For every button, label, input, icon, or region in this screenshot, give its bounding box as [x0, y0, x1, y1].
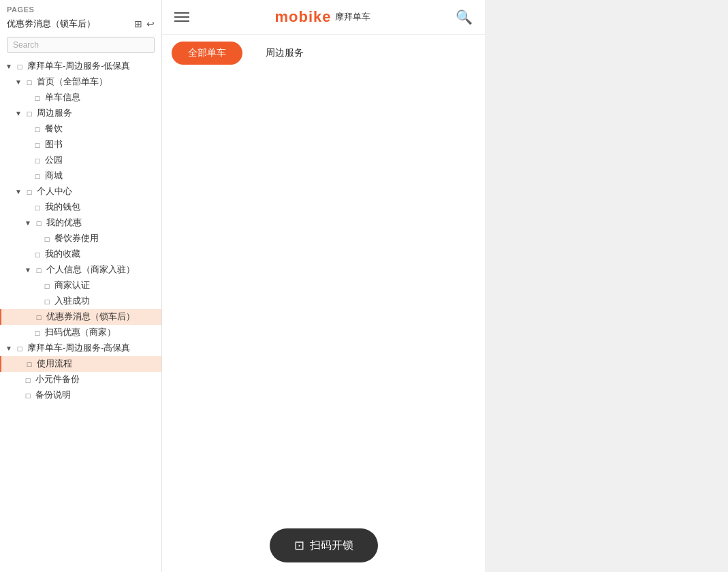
pages-label: PAGES: [7, 5, 155, 14]
tree-item-wallet[interactable]: □我的钱包: [0, 200, 161, 215]
tree-item-coupon-msg[interactable]: □优惠券消息（锁车后）: [0, 309, 161, 325]
item-label-flow: 使用流程: [37, 358, 72, 370]
save-icon[interactable]: ⊞: [134, 18, 142, 29]
item-icon-backup: □: [23, 376, 33, 384]
item-label-favorites: 我的收藏: [45, 249, 80, 260]
sidebar: PAGES 优惠券消息（锁车后） ⊞ ↩ ▼□摩拜单车-周边服务-低保真▼□首页…: [0, 0, 162, 572]
tree-item-food[interactable]: □餐饮: [0, 121, 161, 137]
item-icon-merchant-success: □: [42, 298, 52, 306]
toggle-home[interactable]: ▼: [14, 78, 23, 86]
tree-item-home[interactable]: ▼□首页（全部单车）: [0, 74, 161, 90]
tree-item-favorites[interactable]: □我的收藏: [0, 247, 161, 262]
tree-item-root2[interactable]: ▼□摩拜单车-周边服务-高保真: [0, 340, 161, 356]
item-label-park: 公园: [45, 155, 63, 166]
item-label-backup: 小元件备份: [35, 374, 80, 385]
toggle-my-coupons[interactable]: ▼: [23, 219, 33, 227]
phone-frame: mobike 摩拜单车 🔍 全部单车 周边服务 北环大道辅路 景新花园 景丽花园: [162, 0, 485, 572]
scan-icon: ⊡: [294, 538, 304, 553]
main-content: mobike 摩拜单车 🔍 全部单车 周边服务 北环大道辅路 景新花园 景丽花园: [162, 0, 728, 572]
item-icon-wallet: □: [33, 204, 42, 212]
toggle-root2[interactable]: ▼: [4, 345, 14, 352]
item-icon-books: □: [33, 141, 42, 149]
toggle-personal-info[interactable]: ▼: [23, 266, 33, 274]
item-icon-bike-info: □: [33, 94, 42, 102]
bottom-bar: ⊡ 扫码开锁: [162, 519, 485, 572]
scan-label: 扫码开锁: [310, 539, 353, 553]
tree-item-backup[interactable]: □小元件备份: [0, 372, 161, 387]
item-icon-flow: □: [25, 360, 34, 368]
tree-item-scan-coupon[interactable]: □扫码优惠（商家）: [0, 325, 161, 340]
tree-item-personal-info[interactable]: ▼□个人信息（商家入驻）: [0, 262, 161, 278]
item-label-food: 餐饮: [45, 123, 63, 135]
item-icon-nearby: □: [25, 110, 34, 118]
item-label-merchant-success: 入驻成功: [54, 296, 90, 307]
item-label-personal: 个人中心: [37, 186, 72, 197]
tree-item-backup-desc[interactable]: □备份说明: [0, 387, 161, 403]
item-label-scan-coupon: 扫码优惠（商家）: [45, 327, 116, 338]
hamburger-menu[interactable]: [174, 12, 189, 22]
tab-all-bikes[interactable]: 全部单车: [172, 42, 242, 65]
search-icon-top[interactable]: 🔍: [456, 9, 473, 25]
tree-item-mall[interactable]: □商城: [0, 168, 161, 184]
tab-bar: 全部单车 周边服务: [162, 35, 485, 72]
tree-item-merchant-success[interactable]: □入驻成功: [0, 293, 161, 309]
tree-item-nearby[interactable]: ▼□周边服务: [0, 106, 161, 121]
item-icon-my-coupons: □: [34, 219, 44, 227]
item-icon-personal: □: [25, 188, 34, 196]
logo-cn: 摩拜单车: [335, 11, 370, 23]
scan-unlock-button[interactable]: ⊡ 扫码开锁: [270, 528, 378, 562]
item-label-my-coupons: 我的优惠: [46, 217, 82, 229]
tree-item-personal[interactable]: ▼□个人中心: [0, 184, 161, 200]
sidebar-title: 优惠券消息（锁车后）: [7, 18, 95, 30]
tree-item-my-coupons[interactable]: ▼□我的优惠: [0, 215, 161, 231]
tree-item-bike-info[interactable]: □单车信息: [0, 90, 161, 106]
search-input[interactable]: [7, 37, 155, 53]
tree-item-root1[interactable]: ▼□摩拜单车-周边服务-低保真: [0, 59, 161, 74]
tree-item-flow[interactable]: □使用流程: [0, 356, 161, 372]
toggle-nearby[interactable]: ▼: [14, 110, 23, 117]
tree-item-park[interactable]: □公园: [0, 153, 161, 168]
logo-text: mobike: [274, 8, 331, 26]
item-icon-mall: □: [33, 172, 42, 180]
item-label-home: 首页（全部单车）: [37, 76, 108, 88]
item-icon-home: □: [25, 78, 34, 86]
item-label-nearby: 周边服务: [37, 108, 72, 119]
item-label-merchant-verify: 商家认证: [54, 280, 90, 291]
tree-item-books[interactable]: □图书: [0, 137, 161, 153]
item-label-root2: 摩拜单车-周边服务-高保真: [27, 343, 130, 354]
tree-item-coupon-use[interactable]: □餐饮券使用: [0, 231, 161, 247]
item-icon-coupon-msg: □: [34, 313, 44, 321]
item-icon-favorites: □: [33, 251, 42, 259]
item-label-backup-desc: 备份说明: [35, 390, 71, 401]
item-icon-food: □: [33, 125, 42, 133]
item-icon-personal-info: □: [34, 266, 44, 274]
item-label-personal-info: 个人信息（商家入驻）: [46, 264, 135, 276]
item-label-root1: 摩拜单车-周边服务-低保真: [27, 61, 130, 72]
item-icon-coupon-use: □: [42, 235, 52, 243]
item-label-bike-info: 单车信息: [45, 92, 80, 104]
item-icon-backup-desc: □: [23, 392, 33, 400]
item-icon-scan-coupon: □: [33, 329, 42, 337]
item-label-mall: 商城: [45, 170, 63, 182]
toggle-personal[interactable]: ▼: [14, 188, 23, 195]
item-icon-root2: □: [15, 345, 25, 353]
top-bar: mobike 摩拜单车 🔍: [162, 0, 485, 35]
tree-item-merchant-verify[interactable]: □商家认证: [0, 278, 161, 293]
item-icon-park: □: [33, 157, 42, 165]
item-label-coupon-use: 餐饮券使用: [54, 233, 99, 244]
item-icon-root1: □: [15, 63, 25, 71]
item-label-coupon-msg: 优惠券消息（锁车后）: [46, 311, 135, 323]
page-tree: ▼□摩拜单车-周边服务-低保真▼□首页（全部单车）□单车信息▼□周边服务□餐饮□…: [0, 57, 161, 572]
back-icon[interactable]: ↩: [146, 18, 155, 29]
toggle-root1[interactable]: ▼: [4, 63, 14, 70]
tab-nearby-service[interactable]: 周边服务: [249, 42, 320, 65]
item-label-wallet: 我的钱包: [45, 202, 80, 213]
item-icon-merchant-verify: □: [42, 282, 52, 290]
item-label-books: 图书: [45, 139, 63, 150]
